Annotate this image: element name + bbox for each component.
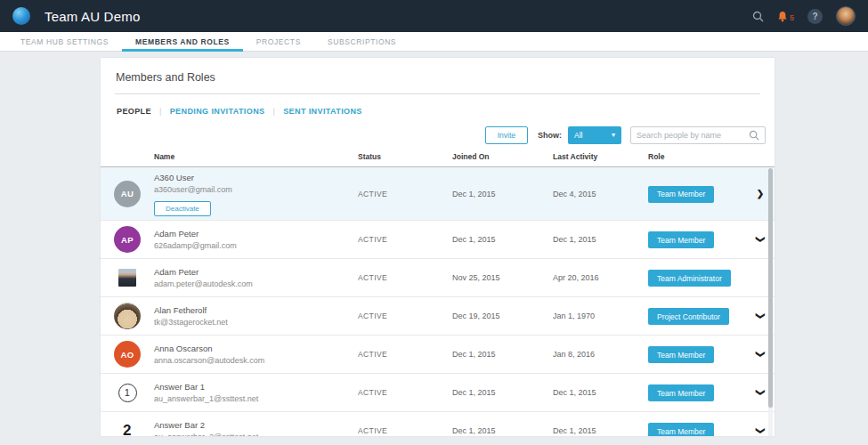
- tab-subscriptions[interactable]: SUBSCRIPTIONS: [314, 32, 410, 51]
- chevron-down-icon[interactable]: ❯: [756, 351, 765, 358]
- joined-on-date: Dec 1, 2015: [452, 190, 553, 198]
- joined-on-date: Dec 1, 2015: [452, 426, 553, 435]
- table-row[interactable]: AU A360 User a360user@gmail.com Deactiva…: [101, 167, 775, 221]
- search-people-input[interactable]: [637, 131, 749, 140]
- col-last-activity: Last Activity: [553, 152, 648, 161]
- search-icon: [749, 130, 759, 141]
- avatar: 1: [118, 384, 137, 402]
- avatar: [118, 269, 136, 287]
- last-activity-date: Dec 1, 2015: [553, 388, 648, 397]
- table-row[interactable]: AP Adam Peter 626adamp@gmail.com ACTIVE …: [101, 221, 775, 259]
- role-button[interactable]: Team Administrator: [648, 270, 731, 287]
- table-row[interactable]: 2 Answer Bar 2 au_answerbar_2@ssttest.ne…: [101, 412, 775, 436]
- subtab-divider: |: [159, 107, 162, 116]
- avatar: AP: [114, 226, 141, 253]
- joined-on-date: Dec 19, 2015: [452, 312, 553, 320]
- status-text: ACTIVE: [358, 273, 452, 282]
- members-list: AU A360 User a360user@gmail.com Deactiva…: [101, 167, 775, 436]
- status-text: ACTIVE: [358, 388, 452, 397]
- page-title: Members and Roles: [116, 71, 760, 84]
- last-activity-date: Dec 4, 2015: [553, 190, 648, 198]
- avatar: AO: [114, 341, 141, 368]
- help-icon[interactable]: ?: [807, 9, 823, 24]
- role-button[interactable]: Project Contributor: [648, 308, 729, 325]
- last-activity-date: Dec 1, 2015: [553, 235, 648, 244]
- chevron-right-icon[interactable]: ❯: [757, 190, 764, 198]
- invite-button[interactable]: Invite: [485, 126, 528, 144]
- members-card: Members and Roles PEOPLE | PENDING INVIT…: [101, 58, 775, 436]
- joined-on-date: Dec 1, 2015: [452, 235, 553, 244]
- role-button[interactable]: Team Member: [648, 384, 714, 401]
- tab-projects[interactable]: PROJECTS: [243, 32, 314, 51]
- table-row[interactable]: 1 Answer Bar 1 au_answerbar_1@ssttest.ne…: [101, 374, 775, 412]
- search-icon[interactable]: [752, 11, 764, 22]
- status-text: ACTIVE: [358, 235, 452, 244]
- subtab-sent-invitations[interactable]: SENT INVITATIONS: [283, 107, 362, 116]
- member-email: tk@3stagerocket.net: [154, 317, 358, 328]
- table-row[interactable]: AO Anna Oscarson anna.oscarson@autodesk.…: [101, 336, 775, 374]
- avatar: 2: [123, 422, 132, 436]
- subtab-divider: |: [272, 107, 275, 116]
- app-header: Team AU Demo 5 ?: [0, 0, 868, 32]
- show-filter-dropdown[interactable]: All ▾: [568, 126, 621, 144]
- notifications-button[interactable]: 5: [777, 11, 794, 22]
- list-controls: Invite Show: All ▾: [115, 125, 766, 144]
- joined-on-date: Dec 1, 2015: [452, 388, 553, 397]
- member-email: au_answerbar_2@ssttest.net: [154, 432, 358, 436]
- header-actions: 5 ?: [752, 6, 856, 26]
- chevron-down-icon[interactable]: ❯: [756, 427, 765, 434]
- status-text: ACTIVE: [358, 350, 452, 359]
- search-people-box: [630, 126, 766, 144]
- member-email: a360user@gmail.com: [154, 184, 358, 196]
- member-email: anna.oscarson@autodesk.com: [154, 355, 358, 367]
- member-name: Answer Bar 2: [154, 419, 358, 432]
- hub-title: Team AU Demo: [45, 9, 140, 24]
- subtab-people[interactable]: PEOPLE: [117, 107, 151, 116]
- bell-icon: [777, 11, 788, 22]
- member-name: Answer Bar 1: [154, 381, 358, 393]
- show-filter-value: All: [574, 131, 582, 140]
- member-email: 626adamp@gmail.com: [154, 240, 358, 252]
- joined-on-date: Nov 25, 2015: [452, 273, 553, 282]
- notification-count: 5: [790, 13, 794, 22]
- role-button[interactable]: Team Member: [648, 346, 714, 363]
- a360-logo-icon[interactable]: [12, 7, 30, 25]
- chevron-down-icon[interactable]: ❯: [756, 312, 765, 320]
- vertical-scrollbar[interactable]: [768, 168, 773, 436]
- member-name: A360 User: [154, 172, 358, 184]
- card-header: Members and Roles: [115, 58, 760, 94]
- last-activity-date: Apr 20, 2016: [553, 273, 648, 282]
- role-button[interactable]: Team Member: [648, 423, 714, 436]
- status-text: ACTIVE: [358, 426, 452, 435]
- tab-team-hub-settings[interactable]: TEAM HUB SETTINGS: [7, 32, 122, 51]
- deactivate-button[interactable]: Deactivate: [154, 201, 211, 216]
- last-activity-date: Jan 1, 1970: [553, 312, 648, 320]
- role-button[interactable]: Team Member: [648, 186, 714, 203]
- table-row[interactable]: Adam Peter adam.peter@autodesk.com ACTIV…: [101, 259, 775, 297]
- col-joined-on: Joined On: [452, 152, 553, 161]
- col-role: Role: [648, 152, 746, 161]
- status-text: ACTIVE: [358, 312, 452, 320]
- chevron-down-icon: ▾: [612, 131, 615, 139]
- member-name: Adam Peter: [154, 228, 358, 240]
- member-name: Alan Fetherolf: [154, 304, 358, 317]
- tab-members-and-roles[interactable]: MEMBERS AND ROLES: [122, 32, 243, 51]
- show-filter-label: Show:: [538, 131, 562, 140]
- chevron-down-icon[interactable]: ❯: [756, 389, 765, 396]
- people-subtabs: PEOPLE | PENDING INVITATIONS | SENT INVI…: [115, 94, 760, 116]
- chevron-down-icon[interactable]: ❯: [756, 236, 765, 243]
- table-header: Name Status Joined On Last Activity Role: [101, 152, 775, 167]
- user-avatar[interactable]: [836, 6, 856, 26]
- hub-tabbar: TEAM HUB SETTINGS MEMBERS AND ROLES PROJ…: [0, 32, 868, 52]
- role-button[interactable]: Team Member: [648, 231, 714, 248]
- member-name: Adam Peter: [154, 266, 358, 279]
- subtab-pending-invitations[interactable]: PENDING INVITATIONS: [170, 107, 265, 116]
- scrollbar-thumb[interactable]: [768, 168, 773, 408]
- joined-on-date: Dec 1, 2015: [452, 350, 553, 359]
- last-activity-date: Dec 1, 2015: [553, 426, 648, 435]
- table-row[interactable]: Alan Fetherolf tk@3stagerocket.net ACTIV…: [101, 297, 775, 336]
- member-email: au_answerbar_1@ssttest.net: [154, 393, 358, 405]
- avatar: [114, 303, 141, 329]
- last-activity-date: Jan 8, 2016: [553, 350, 648, 359]
- member-email: adam.peter@autodesk.com: [154, 279, 358, 290]
